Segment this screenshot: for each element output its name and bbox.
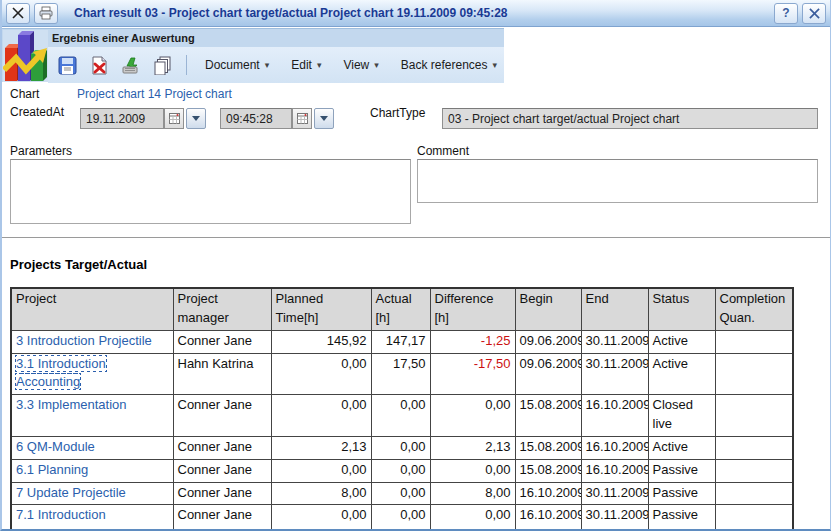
menu-view[interactable]: View [337,56,384,74]
time-field[interactable]: 09:45:28 [220,108,292,129]
column-header: Project manager [173,288,271,330]
table-row: 6.1 PlanningConner Jane0,000,000,0015.08… [11,459,793,482]
project-link[interactable]: 6.1 Planning [16,462,88,477]
app-logo [3,30,48,82]
menu-back-references[interactable]: Back references [395,56,503,74]
date-field[interactable]: 19.11.2009 [80,108,164,129]
chart-label: Chart [10,87,39,101]
chart-link[interactable]: Project chart 14 Project chart [77,87,232,101]
chart-type-label: ChartType [370,106,425,120]
table-row: 3 Introduction ProjectileConner Jane145,… [11,330,793,353]
toolbar-separator [186,55,187,75]
column-header: Actual [h] [371,288,430,330]
table-row: 6 QM-ModuleConner Jane2,130,002,1315.08.… [11,436,793,459]
column-header: Status [648,288,715,330]
section-heading: Projects Target/Actual [10,257,147,272]
column-header: Begin [515,288,581,330]
toolbar: Document Edit View Back references [48,47,504,83]
table-row: 3.3 ImplementationConner Jane0,000,000,0… [11,395,793,437]
parameters-label: Parameters [10,144,72,158]
save-icon [58,56,77,75]
chart-type-field: 03 - Project chart target/actual Project… [442,108,818,129]
table-row: 3.1 Introduction AccountingHahn Katrina0… [11,353,793,395]
calendar-icon [297,113,308,124]
date-dropdown-button[interactable] [186,108,206,129]
printer-icon [38,6,54,20]
save-button[interactable] [56,55,78,75]
table-header-row: ProjectProject managerPlanned Time[h]Act… [11,288,793,330]
menu-document[interactable]: Document [199,56,275,74]
project-link[interactable]: 7 Update Projectile [16,485,126,500]
title-bar: Chart result 03 - Project chart target/a… [2,0,830,27]
parameters-textarea[interactable] [10,159,411,224]
table-row: 7 Update ProjectileConner Jane8,000,008,… [11,482,793,505]
chevron-down-icon [192,116,200,121]
projects-table-body: 3 Introduction ProjectileConner Jane145,… [11,330,793,531]
window-close-button[interactable] [802,3,826,24]
chart-result-window: Chart result 03 - Project chart target/a… [0,0,831,531]
import-basket-button[interactable] [120,55,142,75]
app-header: Ergebnis einer Auswertung [2,28,504,82]
date-calendar-button[interactable] [164,108,184,129]
window-close-left-button[interactable] [6,3,30,24]
close-icon [809,8,820,19]
result-tab-label: Ergebnis einer Auswertung [52,32,195,44]
table-row: 7.1 Introduction AccountingConner Jane0,… [11,505,793,531]
copy-icon [153,56,173,75]
chevron-down-icon [320,116,328,121]
delete-document-button[interactable] [88,55,110,75]
calendar-icon [169,113,180,124]
bar-chart-logo-icon [3,30,48,82]
close-icon [12,7,24,19]
time-calendar-button[interactable] [292,108,312,129]
menu-edit[interactable]: Edit [285,56,327,74]
result-tab[interactable]: Ergebnis einer Auswertung [48,29,504,47]
import-basket-icon [121,56,141,75]
column-header: Project [11,288,173,330]
column-header: Planned Time[h] [271,288,371,330]
print-button[interactable] [34,3,58,24]
help-button[interactable]: ? [774,3,798,24]
column-header: Difference [h] [430,288,515,330]
column-header: Completion Quan. [715,288,793,330]
copy-button[interactable] [152,55,174,75]
project-link[interactable]: 3.3 Implementation [16,397,127,412]
comment-label: Comment [417,144,469,158]
project-link[interactable]: 3.1 Introduction Accounting [16,356,106,390]
project-link[interactable]: 3 Introduction Projectile [16,333,152,348]
column-header: End [581,288,648,330]
window-title: Chart result 03 - Project chart target/a… [74,6,770,20]
section-divider [2,237,830,238]
project-link[interactable]: 6 QM-Module [16,439,95,454]
time-dropdown-button[interactable] [314,108,334,129]
comment-textarea[interactable] [417,159,818,203]
created-at-label: CreatedAt [10,105,64,119]
projects-table: ProjectProject managerPlanned Time[h]Act… [10,287,794,531]
project-link[interactable]: 7.1 Introduction Accounting [16,507,106,531]
delete-document-icon [90,56,109,75]
